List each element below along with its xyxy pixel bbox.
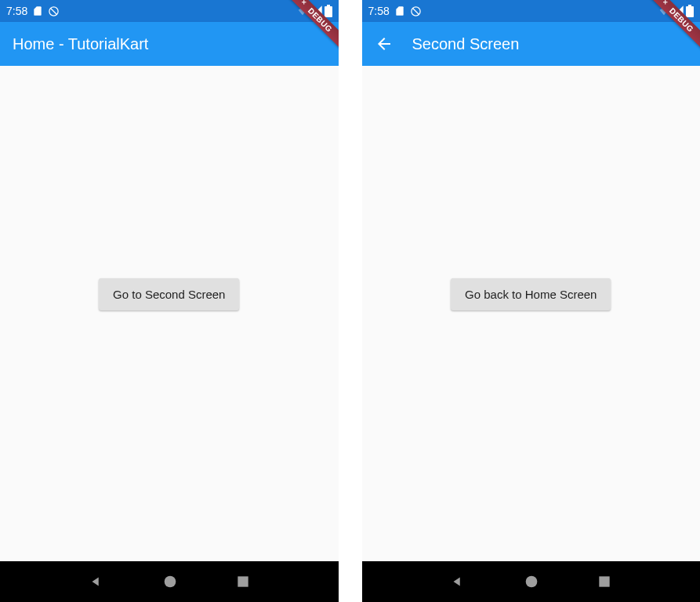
svg-rect-8	[686, 6, 694, 17]
go-to-second-screen-button[interactable]: Go to Second Screen	[99, 278, 239, 310]
battery-icon	[325, 5, 332, 17]
status-left: 7:58	[368, 5, 422, 17]
app-bar: Second Screen	[362, 22, 701, 66]
app-bar: Home - TutorialKart	[0, 22, 339, 66]
content-area: Go to Second Screen	[0, 66, 339, 561]
nav-home-icon[interactable]	[161, 573, 179, 590]
nav-home-icon[interactable]	[523, 573, 540, 590]
status-bar: 7:58	[362, 0, 701, 22]
dnd-icon	[48, 5, 60, 17]
svg-rect-3	[327, 5, 330, 6]
sd-card-icon	[394, 5, 405, 16]
status-left: 7:58	[6, 5, 60, 17]
nav-back-icon[interactable]	[88, 573, 105, 590]
svg-rect-2	[325, 6, 332, 17]
svg-rect-5	[238, 576, 248, 586]
go-back-home-button[interactable]: Go back to Home Screen	[451, 278, 611, 310]
dnd-icon	[410, 5, 422, 17]
nav-recents-icon[interactable]	[597, 574, 612, 589]
sd-card-icon	[32, 5, 43, 16]
nav-back-icon[interactable]	[449, 573, 466, 590]
svg-line-1	[51, 8, 57, 14]
back-arrow-icon[interactable]	[375, 34, 394, 53]
content-area: Go back to Home Screen	[362, 66, 701, 561]
nav-recents-icon[interactable]	[235, 574, 251, 589]
app-bar-title: Second Screen	[412, 35, 520, 53]
status-time: 7:58	[6, 5, 27, 17]
second-screen-phone: DEBUG 7:58 Second Scree	[362, 0, 701, 602]
svg-point-10	[526, 576, 538, 588]
battery-icon	[686, 5, 694, 17]
svg-rect-9	[688, 5, 691, 6]
svg-rect-11	[599, 576, 609, 586]
app-bar-title: Home - TutorialKart	[13, 35, 148, 53]
android-nav-bar	[0, 561, 339, 602]
android-nav-bar	[362, 561, 701, 602]
svg-point-4	[164, 576, 176, 588]
status-time: 7:58	[368, 5, 390, 17]
home-screen-phone: DEBUG 7:58 Home - TutorialKart	[0, 0, 339, 602]
status-bar: 7:58	[0, 0, 339, 22]
svg-line-7	[413, 8, 419, 14]
